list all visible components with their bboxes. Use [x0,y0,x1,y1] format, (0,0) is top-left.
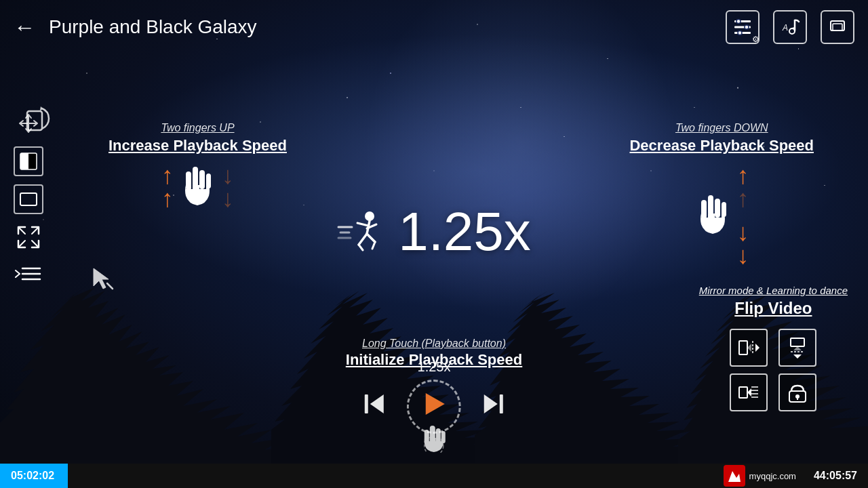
settings-button[interactable]: ⚙ [726,10,760,44]
speed-badge: 1.25x [418,359,451,375]
svg-rect-28 [715,199,720,218]
svg-rect-58 [739,387,747,398]
svg-point-18 [365,211,374,221]
flip-mode-button[interactable] [730,373,768,411]
gesture-up-hand: ↑ ↑ ↓ ↓ [108,161,287,213]
gesture-down-big-label: Decrease Playback Speed [629,137,814,155]
resize-arrows-icon[interactable] [14,108,43,138]
running-icon [337,208,384,256]
play-button[interactable] [407,380,461,434]
playback-area: Long Touch (Playback button) Initialize … [346,338,522,434]
svg-point-3 [736,20,741,24]
svg-marker-42 [426,393,445,415]
bottom-bar: 05:02:02 myqqjc.com 44:05:57 [0,464,868,488]
gesture-down-hand: ↑ ↑ ↓ ↓ [629,161,814,270]
svg-marker-56 [793,354,802,359]
svg-rect-54 [791,338,804,346]
gesture-up-big-label: Increase Playback Speed [108,137,287,155]
top-bar: ← Purple and Black Galaxy ⚙ A [0,0,868,54]
left-sidebar [14,108,43,287]
svg-rect-49 [500,394,503,413]
lock-button[interactable] [778,373,816,411]
gesture-down-hint: Two fingers DOWN Decrease Playback Speed… [629,122,814,270]
gesture-down-small-label: Two fingers DOWN [629,122,814,134]
watermark: myqqjc.com [724,465,803,487]
layers-button[interactable] [821,10,854,44]
svg-point-6 [789,28,795,34]
playback-controls: 1.25x [346,380,522,434]
svg-point-4 [745,25,749,29]
svg-rect-41 [365,394,368,413]
svg-rect-46 [436,428,441,443]
svg-line-23 [359,245,363,250]
svg-rect-2 [734,32,751,34]
prev-button[interactable] [362,392,387,422]
mirror-buttons-row1 [699,329,848,367]
next-button[interactable] [481,392,506,422]
frame-button[interactable] [14,184,43,214]
mirror-label: Flip Video [699,299,848,318]
arrow-right-down-icon: ↑ ↑ ↓ ↓ [737,161,749,270]
svg-marker-40 [370,394,384,413]
svg-rect-27 [701,200,707,219]
svg-point-5 [738,31,742,35]
mirror-panel: Mirror mode & Learning to dance Flip Vid… [699,285,848,411]
svg-rect-11 [193,167,198,187]
music-button[interactable]: A [773,10,807,44]
svg-text:A: A [782,23,788,33]
arrow-down-icon: ↓ ↓ [222,161,234,213]
svg-rect-12 [186,171,191,190]
svg-line-22 [359,234,367,245]
svg-rect-26 [708,195,713,216]
speed-value: 1.25x [398,201,531,263]
split-view-button[interactable] [14,146,43,176]
time-elapsed: 05:02:02 [0,464,68,488]
playback-hint-label: Long Touch (Playback button) [346,338,522,350]
watermark-text: myqqjc.com [749,471,796,481]
fullscreen-button[interactable] [14,222,43,252]
svg-rect-9 [833,24,842,30]
top-icons: ⚙ A [726,10,854,44]
svg-rect-50 [739,341,747,354]
flip-horizontal-button[interactable] [730,329,768,367]
svg-line-24 [367,234,375,242]
arrow-up-icon: ↑ ↑ [161,161,174,213]
page-title: Purple and Black Galaxy [49,16,726,38]
svg-rect-36 [20,193,37,205]
gesture-up-small-label: Two fingers UP [108,122,287,134]
menu-arrows-button[interactable] [14,260,43,287]
flip-vertical-button[interactable] [778,329,816,367]
gesture-up-hint: Two fingers UP Increase Playback Speed ↑… [108,122,287,213]
svg-rect-13 [199,170,205,189]
mirror-hint-label: Mirror mode & Learning to dance [699,285,848,296]
speed-display: 1.25x [337,201,531,263]
time-remaining: 44:05:57 [803,470,868,482]
touch-hand-icon [419,418,449,459]
mirror-buttons-row2 [699,373,848,411]
cursor-icon [88,264,115,296]
svg-marker-48 [484,394,498,413]
svg-rect-34 [28,153,37,169]
svg-line-25 [372,242,375,249]
svg-marker-52 [755,344,760,352]
back-button[interactable]: ← [14,15,35,40]
watermark-logo [724,465,745,487]
svg-line-20 [357,223,368,226]
